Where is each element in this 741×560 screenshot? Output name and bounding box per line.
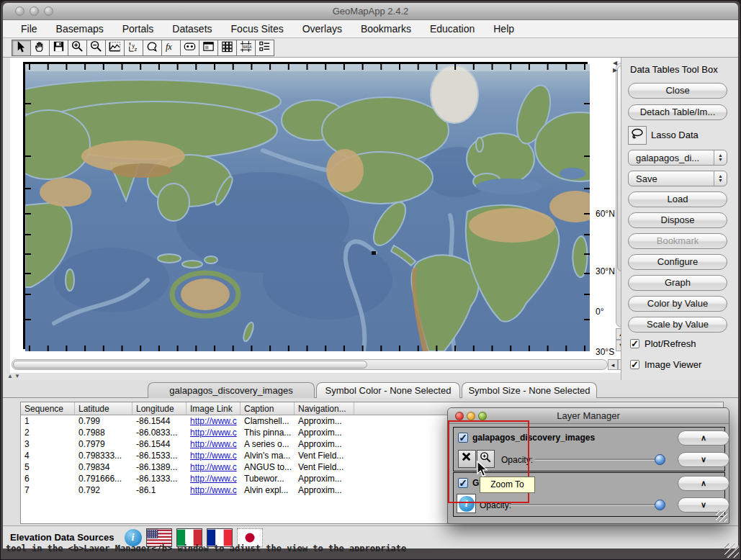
image-link-cell[interactable]: http://www.c [187, 415, 241, 427]
menu-portals[interactable]: Portals [113, 23, 163, 35]
contour-xyz-tool[interactable]: xyz [124, 40, 143, 56]
table-cell: 0.7979 [75, 438, 133, 450]
nasa-tool[interactable]: NASA [236, 40, 256, 56]
image-viewer-checkbox[interactable]: ✓Image Viewer [630, 359, 701, 370]
save-dropdown[interactable]: Save ▲▼ [628, 171, 727, 186]
opacity-slider-knob[interactable] [655, 454, 665, 465]
table-cell: Tubewor... [241, 473, 295, 484]
layer-manager-resize-grip[interactable] [716, 510, 727, 522]
layer-checkbox[interactable]: ✓ [458, 433, 468, 443]
layer-down-button[interactable]: ∨ [678, 452, 729, 467]
pan-tool[interactable] [30, 40, 50, 56]
zoom-out-tool[interactable] [86, 40, 106, 56]
menu-basemaps[interactable]: Basemaps [47, 23, 113, 35]
pointer-tool[interactable] [12, 40, 31, 56]
map-canvas-panel: 0°E45°E90°E135°E180°E135°W90°W45°WW0°E45… [10, 58, 627, 373]
table-cell: 6 [21, 473, 75, 484]
lasso-tool[interactable] [143, 40, 162, 56]
window-title: GeoMapApp 2.4.2 [3, 6, 738, 17]
configure-button[interactable]: Configure [628, 254, 727, 270]
fx-icon: fx [164, 40, 178, 56]
color-by-value-button[interactable]: Color by Value [628, 296, 727, 312]
dispose-button[interactable]: Dispose [628, 212, 727, 228]
image-link-cell[interactable]: http://www.c [187, 484, 241, 496]
column-header-longitude[interactable]: Longitude [133, 402, 187, 415]
splitter-down-icon[interactable]: ▼ [14, 373, 20, 379]
column-header-navigation[interactable]: Navigation... [295, 402, 354, 415]
image-link-cell[interactable]: http://www.c [187, 461, 241, 473]
layer-up-button[interactable]: ∧ [678, 430, 729, 446]
checkbox-icon[interactable]: ✓ [630, 360, 639, 369]
mouse-cursor [477, 461, 489, 481]
close-button[interactable]: Close [628, 83, 727, 99]
menu-bar: FileBasemapsPortalsDatasetsFocus SitesOv… [3, 20, 738, 38]
layer-manager-titlebar[interactable]: Layer Manager [448, 408, 729, 424]
layer-up-button[interactable]: ∧ [678, 476, 729, 491]
map-horizontal-scrollbar[interactable] [12, 359, 608, 370]
lat-label: 0° [596, 307, 603, 317]
table-cell: Approxim... [295, 473, 354, 484]
toolbar: xyzfxNASA [3, 38, 738, 58]
mask-tool[interactable] [180, 40, 199, 56]
layer-row: ✓galapagos_discovery_imagesOpacity:∧∨ [453, 427, 725, 471]
menu-focus-sites[interactable]: Focus Sites [222, 23, 293, 35]
lat-label: 30°N [596, 266, 615, 276]
table-cell: Vent Field... [295, 450, 354, 461]
menu-datasets[interactable]: Datasets [163, 23, 221, 35]
column-header-caption[interactable]: Caption [241, 402, 295, 415]
dataset-dropdown[interactable]: galapagos_di... ▲▼ [628, 150, 727, 166]
layer-window-tool[interactable] [199, 40, 218, 56]
xyz-icon: xyz [127, 40, 140, 56]
title-bar[interactable]: GeoMapApp 2.4.2 [3, 3, 738, 20]
map-horizontal-scrollbar-thumb[interactable] [13, 361, 367, 369]
layer-checkbox[interactable]: ✓ [458, 478, 468, 488]
layer-info-button[interactable]: i [457, 494, 476, 513]
remove-layer-button[interactable] [458, 450, 476, 468]
table-cell: Alvin expl... [241, 484, 295, 496]
table-cell: 0.798333... [75, 450, 133, 461]
scroll-left-icon[interactable]: ◂ [608, 359, 618, 370]
legend-tool[interactable] [255, 40, 274, 56]
image-link-cell[interactable]: http://www.c [187, 450, 241, 461]
image-link-cell[interactable]: http://www.c [187, 427, 241, 438]
plot-refresh-checkbox[interactable]: ✓Plot/Refresh [630, 338, 696, 349]
profile-tool[interactable] [105, 40, 125, 56]
opacity-slider-knob[interactable] [655, 500, 665, 510]
layer-manager-window: Layer Manager ✓galapagos_discovery_image… [447, 407, 729, 524]
column-header-sequence[interactable]: Sequence [21, 402, 75, 415]
graph-button[interactable]: Graph [628, 275, 727, 291]
save-tool[interactable] [49, 40, 68, 56]
detach-table-button[interactable]: Detach Table/Im... [628, 104, 727, 120]
tab-symbol-size[interactable]: Symbol Size - None Selected [462, 382, 597, 398]
column-header-latitude[interactable]: Latitude [75, 402, 133, 415]
function-tool[interactable]: fx [161, 40, 181, 56]
panel-collapse-left-icon[interactable]: ◀ [613, 60, 617, 66]
opacity-slider[interactable] [534, 459, 664, 461]
image-link-cell[interactable]: http://www.c [187, 473, 241, 484]
data-tables-toolbox-panel: ◀ ▶ Data Tables Tool Box Close Detach Ta… [621, 58, 738, 380]
checkbox-icon[interactable]: ✓ [630, 339, 639, 348]
column-header-imagelink[interactable]: Image Link [187, 402, 241, 415]
splitter-up-icon[interactable]: ▲ [7, 373, 13, 379]
tab-dataset[interactable]: galapagos_discovery_images [148, 382, 315, 398]
panel-collapse-right-icon[interactable]: ▶ [613, 67, 617, 73]
load-button[interactable]: Load [628, 191, 727, 207]
image-link-cell[interactable]: http://www.c [187, 438, 241, 450]
zoom-in-tool[interactable] [68, 40, 87, 56]
menu-file[interactable]: File [12, 23, 47, 35]
menu-education[interactable]: Education [421, 23, 484, 35]
menu-help[interactable]: Help [484, 23, 524, 35]
tab-symbol-color[interactable]: Symbol Color - None Selected [316, 382, 460, 398]
world-map[interactable] [23, 62, 588, 349]
grid-tool[interactable] [217, 40, 237, 56]
opacity-slider[interactable] [510, 504, 664, 506]
lasso-data-button[interactable] [628, 126, 647, 145]
scale-by-value-button[interactable]: Scale by Value [628, 317, 727, 333]
window-resize-grip[interactable] [724, 543, 739, 558]
table-cell: 5 [21, 461, 75, 473]
close-x-icon [460, 451, 474, 467]
menu-bookmarks[interactable]: Bookmarks [351, 23, 421, 35]
background-window-text: tool in the <b>Layer Manager</b> window … [6, 541, 631, 551]
table-cell: -86.0833... [133, 427, 187, 438]
menu-overlays[interactable]: Overlays [293, 23, 351, 35]
